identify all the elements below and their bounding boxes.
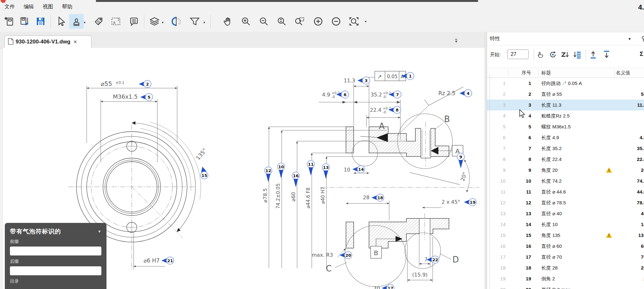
- drawing-tab[interactable]: 930-1200-406-V1.dwg ×: [4, 35, 91, 48]
- row-nominal: 10: [609, 222, 644, 227]
- table-row[interactable]: 14 14 长度 10 10: [487, 219, 644, 230]
- column-nominal[interactable]: 名义值: [616, 70, 630, 76]
- row-number: 14: [506, 222, 531, 227]
- layers-button[interactable]: [147, 14, 162, 29]
- balloon-17[interactable]: 17: [382, 285, 394, 289]
- sort-order-button[interactable]: Z: [560, 49, 570, 60]
- table-row[interactable]: 2 2 直径 ⌀ 55 55: [487, 89, 644, 100]
- pin-icon[interactable]: [641, 35, 644, 43]
- prefix-input[interactable]: [10, 247, 101, 255]
- overlay-collapse-icon[interactable]: ▼: [98, 229, 101, 234]
- start-number-input[interactable]: [507, 49, 529, 59]
- stamp-dropdown-caret[interactable]: ▾: [84, 20, 86, 25]
- table-row[interactable]: 11 11 直径 ⌀ 44.6 44.6: [487, 186, 644, 197]
- table-row[interactable]: 20 20 半径 R 3 max.: [487, 284, 644, 289]
- area-select-button[interactable]: 1A: [109, 14, 123, 29]
- table-row[interactable]: 18 18 长度 28 28: [487, 262, 644, 273]
- row-number: 11: [506, 189, 531, 194]
- svg-text:11: 11: [308, 162, 314, 167]
- zoom-extents-button[interactable]: [274, 14, 289, 29]
- balloon-15[interactable]: 15: [201, 167, 208, 179]
- row-title: 螺纹 M36x1.5: [541, 124, 571, 130]
- filter-button[interactable]: [187, 14, 202, 29]
- table-row[interactable]: 12 12 直径 ⌀ 78.5 78.5: [487, 197, 644, 208]
- zoom-in-button[interactable]: [239, 14, 253, 29]
- svg-text:7: 7: [396, 92, 399, 97]
- table-row[interactable]: 15 15 角度 135 135: [487, 230, 644, 241]
- table-row[interactable]: 16 16 直径 ⌀ 60 60: [487, 241, 644, 252]
- balloon-4[interactable]: 4: [459, 90, 472, 97]
- dim-m36: M36x1.5: [113, 93, 138, 100]
- decrease-button[interactable]: [329, 14, 343, 29]
- table-row[interactable]: 19 19 倒角 2 2: [487, 273, 644, 284]
- balloon-3[interactable]: 3: [357, 77, 370, 84]
- column-title[interactable]: 标题: [541, 70, 551, 76]
- pick-button[interactable]: [536, 49, 546, 60]
- comment-button[interactable]: [127, 14, 141, 29]
- mirror-contrast-button[interactable]: [169, 14, 184, 29]
- zoom-window-button[interactable]: [292, 14, 307, 29]
- zoom-out-button[interactable]: [256, 14, 271, 29]
- svg-text:4: 4: [467, 91, 469, 96]
- tab-close-icon[interactable]: ×: [74, 39, 77, 45]
- balloon-13[interactable]: 13: [322, 164, 330, 179]
- renumber-button[interactable]: [548, 49, 558, 60]
- balloon-18[interactable]: 18: [372, 194, 384, 202]
- table-row[interactable]: 17 17 直径 ⌀ 70 70: [487, 252, 644, 262]
- sum-symbol[interactable]: Σ: [640, 50, 643, 57]
- filter-dropdown-caret[interactable]: ▾: [203, 20, 205, 25]
- import-down-button[interactable]: [601, 49, 612, 60]
- new-document-button[interactable]: [2, 14, 17, 29]
- menu-view[interactable]: 视图: [38, 4, 58, 10]
- panel-dropdown-caret[interactable]: ▼: [628, 37, 632, 41]
- table-row[interactable]: 4 4 粗糙度Rz 2.5: [487, 110, 644, 121]
- balloon-19[interactable]: 19: [464, 199, 476, 206]
- increase-button[interactable]: [311, 14, 326, 29]
- sort-list-button[interactable]: [572, 49, 582, 60]
- balloon-20[interactable]: 20: [340, 252, 352, 259]
- balloon-16[interactable]: 16: [292, 172, 300, 187]
- pan-button[interactable]: [221, 14, 235, 29]
- plus-circle-icon: [313, 16, 324, 27]
- menu-help[interactable]: 帮助: [58, 4, 77, 10]
- balloon-10[interactable]: 10: [278, 163, 285, 179]
- balloon-9[interactable]: 9: [457, 153, 465, 169]
- layers-dropdown-caret[interactable]: ▾: [162, 20, 164, 25]
- suffix-input[interactable]: [10, 266, 101, 275]
- table-row[interactable]: 6 6 长度 4.9 4.9: [487, 132, 644, 143]
- toolbar-collapse-caret[interactable]: ◂: [365, 19, 366, 23]
- fcf-tolerance: 0.05: [387, 74, 397, 80]
- tab-list-icon[interactable]: ▾: [455, 39, 457, 43]
- table-row[interactable]: 8 8 长度 22.4 22.4: [487, 154, 644, 165]
- prefix-label: 前缀: [10, 239, 101, 245]
- balloon-21[interactable]: 21: [161, 257, 174, 264]
- menu-file[interactable]: 文件: [0, 4, 19, 10]
- layers-icon: [149, 16, 160, 27]
- table-row[interactable]: 7 7 长度 35.2 35.2: [487, 143, 644, 154]
- balloon-22[interactable]: 22: [427, 256, 439, 263]
- column-index[interactable]: 序号: [506, 70, 531, 76]
- balloon-stamp-button[interactable]: [69, 14, 84, 29]
- table-row[interactable]: 10 10 长度 74.2 74.2: [487, 176, 644, 186]
- tag-button[interactable]: [91, 14, 106, 29]
- drawing-canvas[interactable]: 135° ⌀55 ±0.1 M36x1.5 ⌀6 H7: [3, 48, 485, 289]
- balloon-5[interactable]: 5: [140, 94, 153, 101]
- dim-224: 22.4: [370, 107, 381, 113]
- table-row[interactable]: 13 13 直径 ⌀ 40 40: [487, 208, 644, 219]
- menu-edit[interactable]: 编辑: [19, 4, 38, 10]
- table-row[interactable]: 3 3 长度 11.3 11.3: [487, 100, 644, 110]
- select-cursor-button[interactable]: [54, 14, 68, 29]
- table-row[interactable]: 1 1 径向跳动 ↗ 0.05 A: [487, 78, 644, 89]
- table-row[interactable]: 5 5 螺纹 M36x1.5: [487, 121, 644, 132]
- balloon-14[interactable]: 14: [352, 166, 365, 173]
- row-nominal: 60: [609, 243, 644, 249]
- balloon-2[interactable]: 2: [139, 80, 151, 88]
- balloon-11[interactable]: 11: [307, 161, 315, 176]
- label-view-a: A: [379, 121, 385, 131]
- open-document-button[interactable]: [17, 14, 32, 29]
- export-up-button[interactable]: [588, 49, 598, 60]
- table-row[interactable]: 9 9 角度 20 20: [487, 165, 644, 176]
- save-button[interactable]: [33, 14, 48, 29]
- balloon-12[interactable]: 12: [265, 167, 272, 182]
- zoom-fit-button[interactable]: [347, 14, 361, 29]
